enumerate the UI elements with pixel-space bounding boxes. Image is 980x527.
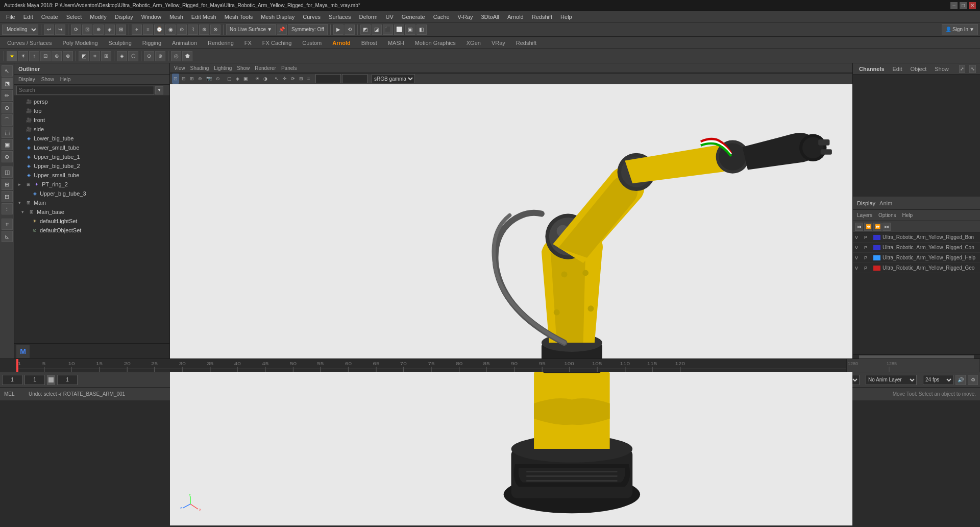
tab-fx[interactable]: FX (239, 37, 257, 49)
layers-menu[interactable]: Layers (855, 212, 874, 218)
vp-select-btn[interactable]: ↖ (273, 74, 280, 84)
fps-select[interactable]: 24 fps (923, 375, 953, 385)
shelf-icon-6[interactable]: ⊗ (63, 51, 73, 61)
outliner-item-main-base[interactable]: ▾ ⊞ Main_base (14, 207, 165, 217)
vp-persp-btn[interactable]: ⊡ (172, 74, 179, 84)
menu-edit[interactable]: Edit (19, 11, 37, 22)
options-menu[interactable]: Options (876, 212, 898, 218)
display-tab[interactable]: Display (857, 200, 875, 206)
menu-modify[interactable]: Modify (86, 11, 110, 22)
outliner-menu-display[interactable]: Display (16, 77, 37, 82)
toolbar-icon-6[interactable]: ◈ (105, 25, 115, 35)
loop-select-tool[interactable]: ⌒ (2, 114, 13, 126)
layer-fwd-icon[interactable]: ⏩ (873, 223, 881, 231)
toolbar-icon-5[interactable]: ⊕ (93, 25, 104, 35)
channels-tab[interactable]: Channels (857, 66, 887, 72)
outliner-item-lower-small-tube[interactable]: ◈ Lower_small_tube (14, 143, 165, 152)
settings-btn[interactable]: ⚙ (968, 375, 978, 385)
toolbar-icon-4[interactable]: ⊡ (82, 25, 92, 35)
channel-contract-icon[interactable]: ⤡ (969, 65, 976, 73)
toolbar-icon-1[interactable]: ↩ (44, 25, 54, 35)
display-tool-4[interactable]: ⋮ (2, 203, 13, 214)
menu-curves[interactable]: Curves (299, 11, 325, 22)
channel-expand-icon[interactable]: ⤢ (959, 65, 966, 73)
tab-rigging[interactable]: Rigging (137, 37, 166, 49)
outliner-menu-help[interactable]: Help (58, 77, 73, 82)
outliner-item-side[interactable]: 🎥 side (14, 125, 165, 134)
tab-poly-modeling[interactable]: Poly Modeling (57, 37, 103, 49)
layer-row-helpers[interactable]: V P Ultra_Robotic_Arm_Yellow_Rigged_Help (853, 253, 980, 263)
layer-back-icon[interactable]: ⏪ (864, 223, 872, 231)
sign-in-button[interactable]: 👤 Sign In ▼ (942, 24, 978, 35)
display-tool-3[interactable]: ⊟ (2, 191, 13, 202)
play-icon[interactable]: ▶ (333, 25, 344, 35)
outliner-item-upper-big-tube-3[interactable]: ◈ Upper_big_tube_3 (14, 189, 165, 198)
layer-prev-icon[interactable]: ⏮ (855, 223, 863, 231)
vp-menu-shading[interactable]: Shading (188, 63, 211, 73)
vp-menu-renderer[interactable]: Renderer (253, 63, 278, 73)
tab-mash[interactable]: MASH (383, 37, 409, 49)
vp-side-btn[interactable]: ⊕ (197, 74, 204, 84)
layer-row-bones[interactable]: V P Ultra_Robotic_Arm_Yellow_Rigged_Bon (853, 232, 980, 243)
shelf-icon-13[interactable]: ⊛ (155, 51, 165, 61)
tab-arnold[interactable]: Arnold (327, 37, 355, 49)
vp-front-btn[interactable]: ⊞ (188, 74, 195, 84)
object-tab[interactable]: Object (908, 66, 928, 72)
maximize-button[interactable]: □ (960, 2, 967, 9)
snap-live-icon[interactable]: ⊗ (210, 25, 220, 35)
shelf-icon-7[interactable]: ◩ (79, 51, 89, 61)
vp-menu-view[interactable]: View (172, 63, 187, 73)
render4-icon[interactable]: ⬜ (394, 25, 404, 35)
tab-curves-surfaces[interactable]: Curves / Surfaces (2, 37, 57, 49)
deform-tool-2[interactable]: ⊾ (2, 231, 13, 242)
render5-icon[interactable]: ▣ (405, 25, 415, 35)
render-icon[interactable]: ◩ (360, 25, 371, 35)
vp-scale-btn[interactable]: ⊞ (298, 74, 305, 84)
toolbar-pin-icon[interactable]: 📌 (277, 25, 287, 35)
vp-menu-panels[interactable]: Panels (279, 63, 299, 73)
menu-redshift[interactable]: Redshift (528, 11, 556, 22)
outliner-item-upper-big-tube-2[interactable]: ◈ Upper_big_tube_2 (14, 161, 165, 171)
layer-row-geo[interactable]: V P Ultra_Robotic_Arm_Yellow_Rigged_Geo (853, 263, 980, 273)
vp-top-btn[interactable]: ⊟ (180, 74, 187, 84)
shelf-icon-1[interactable]: ★ (7, 51, 17, 61)
gamma-select[interactable]: sRGB gamma (372, 74, 415, 83)
snap-point-icon[interactable]: ⊙ (177, 25, 187, 35)
shelf-icon-5[interactable]: ⊕ (52, 51, 62, 61)
tab-custom[interactable]: Custom (297, 37, 327, 49)
shelf-icon-10[interactable]: ◈ (117, 51, 127, 61)
outliner-item-front[interactable]: 🎥 front (14, 115, 165, 125)
edit-tab[interactable]: Edit (891, 66, 904, 72)
vp-menu-lighting[interactable]: Lighting (212, 63, 234, 73)
outliner-item-persp[interactable]: 🎥 persp (14, 97, 165, 106)
vp-smooth-btn[interactable]: ◈ (234, 74, 241, 84)
layer-next-icon[interactable]: ⏭ (883, 223, 891, 231)
outliner-scrollbar[interactable] (165, 96, 169, 343)
workspace-select[interactable]: Modeling (2, 25, 38, 35)
toolbar-icon-7[interactable]: ⊞ (116, 25, 126, 35)
outliner-item-main[interactable]: ▾ ⊞ Main (14, 198, 165, 207)
vp-isolate-icon[interactable]: ⊙ (214, 74, 222, 84)
menu-generate[interactable]: Generate (398, 11, 429, 22)
paint-weight-tool[interactable]: ⊕ (2, 151, 13, 162)
shelf-icon-4[interactable]: ⊡ (40, 51, 51, 61)
vp-rotate-btn[interactable]: ⟳ (289, 74, 297, 84)
layer-row-controls[interactable]: V P Ultra_Robotic_Arm_Yellow_Rigged_Con (853, 243, 980, 253)
symmetry-button[interactable]: Symmetry: Off (288, 24, 328, 35)
help-menu[interactable]: Help (900, 212, 915, 218)
menu-deform[interactable]: Deform (355, 11, 381, 22)
select-tool[interactable]: ↖ (2, 65, 13, 77)
anim-tab[interactable]: Anim (879, 200, 892, 206)
viewport-3d[interactable]: x y z (170, 84, 852, 525)
tab-rendering[interactable]: Rendering (203, 37, 239, 49)
menu-arnold[interactable]: Arnold (503, 11, 528, 22)
tab-fx-caching[interactable]: FX Caching (257, 37, 297, 49)
deform-tool-1[interactable]: ⌗ (2, 219, 13, 230)
snap-surface-icon[interactable]: ◉ (165, 25, 176, 35)
vp-val1-input[interactable]: 0.00 (315, 74, 341, 83)
menu-mesh[interactable]: Mesh (165, 11, 187, 22)
outliner-item-top[interactable]: 🎥 top (14, 106, 165, 115)
timeline-bar[interactable]: 1 5 10 15 20 25 30 35 40 45 50 55 60 (0, 358, 980, 372)
no-anim-layer-select[interactable]: No Anim Layer (866, 375, 917, 385)
render3-icon[interactable]: ⬛ (383, 25, 393, 35)
